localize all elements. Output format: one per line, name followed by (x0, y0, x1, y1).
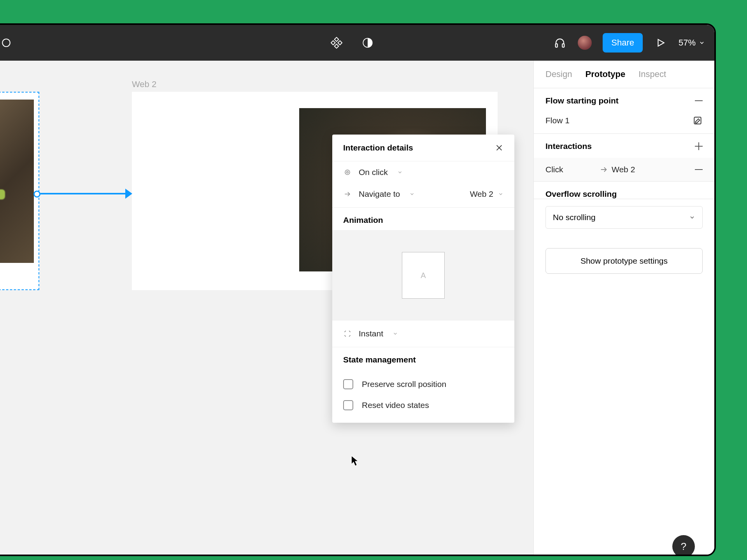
svg-rect-6 (556, 44, 558, 47)
checkbox-unchecked-icon (343, 379, 353, 389)
preserve-scroll-label: Preserve scroll position (362, 380, 446, 389)
svg-rect-1 (335, 37, 339, 42)
popover-title: Interaction details (343, 143, 413, 152)
cursor-icon (350, 455, 360, 465)
canvas[interactable]: Web 2 Interaction details (0, 61, 533, 555)
checkbox-unchecked-icon (343, 400, 353, 410)
destination-label: Web 2 (470, 189, 493, 199)
connection-arrow-icon (125, 189, 132, 199)
image-placeholder (0, 100, 34, 263)
frame-web1-selected[interactable] (0, 92, 39, 290)
interaction-item[interactable]: Click Web 2 (534, 158, 714, 182)
svg-rect-4 (338, 41, 342, 45)
tab-inspect[interactable]: Inspect (638, 69, 666, 79)
close-icon[interactable] (495, 144, 503, 152)
chevron-down-icon (699, 40, 705, 46)
interactions-section-title: Interactions (545, 142, 592, 151)
interaction-details-popover: Interaction details On click (332, 135, 514, 423)
frame-label[interactable]: Web 2 (132, 79, 156, 89)
flow-section-title: Flow starting point (545, 96, 619, 105)
edit-flow-icon[interactable] (693, 116, 703, 126)
reset-video-checkbox[interactable]: Reset video states (332, 395, 514, 416)
overflow-section: Overflow scrolling (534, 182, 714, 199)
target-icon (343, 168, 352, 177)
mask-icon[interactable] (361, 36, 375, 50)
interactions-section: Interactions (534, 134, 714, 158)
components-icon[interactable] (330, 36, 344, 50)
zoom-value: 57% (679, 38, 696, 48)
preserve-scroll-checkbox[interactable]: Preserve scroll position (332, 374, 514, 395)
remove-interaction-button[interactable] (695, 169, 703, 170)
svg-rect-3 (331, 41, 335, 45)
remove-flow-button[interactable] (695, 100, 703, 101)
panel-tabs: Design Prototype Inspect (534, 61, 714, 88)
interaction-destination-label: Web 2 (612, 165, 695, 174)
chevron-down-icon (409, 191, 415, 197)
action-label: Navigate to (359, 189, 400, 199)
animation-preview: A (332, 230, 514, 320)
headphones-icon[interactable] (553, 36, 567, 50)
svg-point-0 (2, 39, 10, 47)
svg-point-8 (347, 172, 349, 173)
transition-label: Instant (359, 329, 383, 338)
back-icon[interactable] (0, 36, 13, 50)
avatar[interactable] (578, 36, 592, 50)
chevron-down-icon (393, 331, 398, 336)
reset-video-label: Reset video states (362, 401, 429, 410)
tab-prototype[interactable]: Prototype (585, 69, 625, 79)
present-icon[interactable] (654, 36, 668, 50)
zoom-control[interactable]: 57% (679, 38, 705, 48)
app-window: Share 57% Web 2 Intera (0, 23, 716, 556)
instant-icon (343, 329, 352, 338)
main: Web 2 Interaction details (0, 61, 714, 555)
share-button[interactable]: Share (603, 33, 643, 52)
animation-section-label: Animation (332, 207, 514, 230)
overflow-section-title: Overflow scrolling (545, 189, 703, 199)
connection-line[interactable] (40, 193, 128, 194)
animation-preview-box: A (402, 252, 445, 299)
state-management-label: State management (332, 347, 514, 370)
svg-rect-2 (335, 44, 339, 48)
destination-dropdown[interactable]: Web 2 (470, 189, 503, 199)
topbar: Share 57% (0, 25, 714, 61)
transition-dropdown[interactable]: Instant (332, 320, 514, 347)
flow-section: Flow starting point Flow 1 (534, 88, 714, 134)
add-interaction-button[interactable] (695, 142, 703, 150)
help-button[interactable]: ? (672, 535, 695, 556)
action-row[interactable]: Navigate to Web 2 (332, 183, 514, 207)
tab-design[interactable]: Design (545, 69, 572, 79)
trigger-label: On click (359, 168, 388, 177)
overflow-scrolling-dropdown[interactable]: No scrolling (545, 206, 703, 229)
overflow-value: No scrolling (553, 213, 596, 222)
chevron-down-icon (498, 191, 503, 197)
arrow-right-icon (343, 190, 352, 198)
right-panel: Design Prototype Inspect Flow starting p… (533, 61, 714, 555)
flow-name[interactable]: Flow 1 (545, 116, 570, 125)
show-prototype-settings-button[interactable]: Show prototype settings (545, 248, 703, 274)
chevron-down-icon (689, 214, 695, 220)
connection-node[interactable] (33, 191, 40, 198)
trigger-dropdown[interactable]: On click (332, 161, 514, 183)
svg-rect-7 (562, 44, 564, 47)
interaction-trigger-label: Click (545, 165, 596, 174)
chevron-down-icon (397, 170, 403, 175)
svg-point-9 (345, 170, 350, 175)
arrow-right-icon (596, 165, 612, 174)
